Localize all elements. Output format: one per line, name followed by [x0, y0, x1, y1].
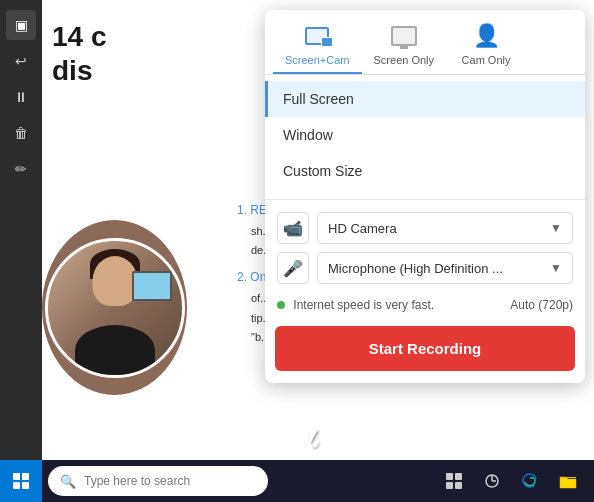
taskbar: 🔍 Type here to search [0, 460, 594, 502]
edge-browser-icon[interactable] [512, 463, 548, 499]
svg-rect-0 [446, 473, 453, 480]
tab-screen-only[interactable]: Screen Only [362, 22, 447, 74]
tab-screen-only-label: Screen Only [374, 54, 435, 66]
toolbar-stop-btn[interactable]: ▣ [6, 10, 36, 40]
start-recording-button[interactable]: Start Recording [275, 326, 575, 371]
tab-cam-only[interactable]: 👤 Cam Only [446, 22, 526, 74]
widgets-icon[interactable] [474, 463, 510, 499]
tab-cam-only-label: Cam Only [462, 54, 511, 66]
mic-label: Microphone (High Definition ... [328, 261, 503, 276]
internet-status: Internet speed is very fast. [277, 298, 434, 312]
option-window[interactable]: Window [265, 117, 585, 153]
divider-1 [265, 199, 585, 200]
quality-badge[interactable]: Auto (720p) [510, 298, 573, 312]
recording-mode-tabs: Screen+Cam Screen Only 👤 Cam Only [265, 10, 585, 75]
left-toolbar: ▣ ↩ ⏸ 🗑 ✏ [0, 0, 42, 460]
screen-cam-icon [301, 22, 333, 50]
internet-status-text: Internet speed is very fast. [293, 298, 434, 312]
microphone-dropdown[interactable]: Microphone (High Definition ... ▼ [317, 252, 573, 284]
svg-rect-1 [455, 473, 462, 480]
camera-chevron-icon: ▼ [550, 221, 562, 235]
windows-logo-icon [13, 473, 29, 489]
webcam-preview [42, 220, 187, 395]
toolbar-delete-btn[interactable]: 🗑 [6, 118, 36, 148]
search-icon: 🔍 [60, 474, 76, 489]
file-explorer-icon[interactable] [550, 463, 586, 499]
taskbar-icons [436, 463, 594, 499]
screen-size-options: Full Screen Window Custom Size [265, 75, 585, 195]
toolbar-pause-btn[interactable]: ⏸ [6, 82, 36, 112]
camera-label: HD Camera [328, 221, 397, 236]
tab-screen-cam[interactable]: Screen+Cam [273, 22, 362, 74]
mic-chevron-icon: ▼ [550, 261, 562, 275]
status-dot-icon [277, 301, 285, 309]
cam-only-icon: 👤 [470, 22, 502, 50]
toolbar-edit-btn[interactable]: ✏ [6, 154, 36, 184]
taskbar-search[interactable]: 🔍 Type here to search [48, 466, 268, 496]
camera-dropdown[interactable]: HD Camera ▼ [317, 212, 573, 244]
status-row: Internet speed is very fast. Auto (720p) [265, 292, 585, 320]
start-button[interactable] [0, 460, 42, 502]
mic-selector-row: 🎤 Microphone (High Definition ... ▼ [277, 252, 573, 284]
svg-rect-3 [455, 482, 462, 489]
camera-selector-row: 📹 HD Camera ▼ [277, 212, 573, 244]
camera-icon: 📹 [283, 219, 303, 238]
option-full-screen[interactable]: Full Screen [265, 81, 585, 117]
recording-popup: Screen+Cam Screen Only 👤 Cam Only Full S… [265, 10, 585, 383]
taskbar-search-placeholder: Type here to search [84, 474, 190, 488]
mic-icon-box: 🎤 [277, 252, 309, 284]
task-view-icon[interactable] [436, 463, 472, 499]
screen-only-icon [388, 22, 420, 50]
device-selectors: 📹 HD Camera ▼ 🎤 Microphone (High Definit… [265, 204, 585, 292]
option-custom-size[interactable]: Custom Size [265, 153, 585, 189]
svg-rect-2 [446, 482, 453, 489]
microphone-icon: 🎤 [283, 259, 303, 278]
tab-screen-cam-label: Screen+Cam [285, 54, 350, 66]
camera-icon-box: 📹 [277, 212, 309, 244]
toolbar-undo-btn[interactable]: ↩ [6, 46, 36, 76]
